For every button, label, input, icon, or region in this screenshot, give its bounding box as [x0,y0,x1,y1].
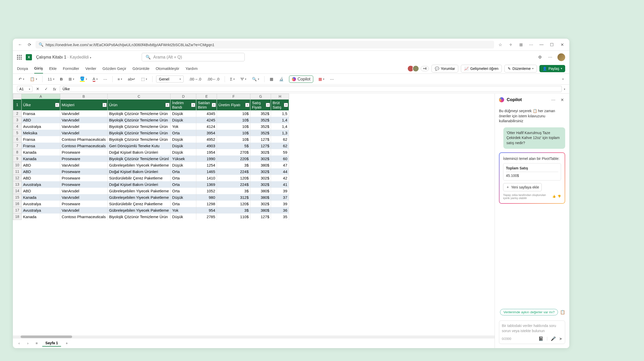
cell[interactable]: Doğal Kişisel Bakım Ürünleri [107,168,171,175]
cell[interactable]: 44 [271,168,289,175]
cell[interactable]: 3$ [217,162,250,168]
table-header-cell[interactable]: Üretim Fiyatı▾ [217,99,250,110]
copilot-close-icon[interactable]: ✕ [559,97,565,103]
cell[interactable]: 1,4 [271,117,289,123]
cell[interactable]: 127$ [250,214,271,220]
row-header-12[interactable]: 12 [13,175,22,181]
prev-sheet[interactable]: ‹ [16,340,22,346]
cell[interactable]: Gübreleşebilen Yiyecek Paketleme [107,162,171,168]
cell[interactable]: Orta [171,130,196,136]
cell[interactable]: 110$ [217,214,250,220]
cell[interactable]: Contoso Pharmaceuticals [60,214,107,220]
cell[interactable]: Orta [171,168,196,175]
cell[interactable]: 352$ [250,110,271,117]
refresh-button[interactable]: ⟳ [26,42,32,48]
cell[interactable]: 37 [271,194,289,201]
favorite-icon[interactable]: ☆ [497,42,503,48]
cell[interactable]: Avustralya [21,123,60,130]
all-sheets[interactable]: ≡ [33,340,40,346]
cell[interactable]: 42 [271,175,289,181]
cell[interactable]: 3954 [196,130,217,136]
column-header-A[interactable]: A [21,94,60,100]
cell[interactable]: 4903 [196,143,217,149]
filter-icon[interactable]: ▾ [245,103,249,107]
cell[interactable]: 980 [196,194,217,201]
cell[interactable]: Avustralya [21,207,60,214]
increase-decimal-button[interactable]: .00→.0 [187,76,203,82]
prompt-guide-icon[interactable]: 📋 [560,310,565,315]
row-header-13[interactable]: 13 [13,181,22,188]
tab-review[interactable]: Gözden Geçir [103,64,126,73]
copilot-suggestion-chip[interactable]: Verilerimde aykırı değerler var mı? [500,309,558,315]
column-header-E[interactable]: E [196,94,217,100]
row-header-7[interactable]: 7 [13,143,22,149]
autosum-button[interactable]: Σ▾ [228,76,236,82]
decrease-decimal-button[interactable]: .00←.0 [205,76,221,82]
cell[interactable]: VanArsdel [60,117,107,123]
tab-insert[interactable]: Ekle [49,64,57,73]
cell[interactable]: 4245 [196,117,217,123]
cell[interactable]: 352$ [250,117,271,123]
cell[interactable]: Biyolojik Çözünür Temizleme Ürün [107,130,171,136]
cell[interactable]: Avustralya [21,201,60,207]
catchup-button[interactable]: 📈 Gelişmeleri öğren [461,65,502,72]
column-header-C[interactable]: C [107,94,171,100]
row-header-17[interactable]: 17 [13,207,22,214]
cell[interactable]: 380$ [250,194,271,201]
column-header-F[interactable]: F [217,94,250,100]
cell[interactable]: Contoso Pharmaceuticals [60,136,107,143]
table-header-cell[interactable]: Ürün▾ [107,99,171,110]
cell[interactable]: 2785 [196,214,217,220]
cell[interactable]: Fransa [21,110,60,117]
cell[interactable]: 127$ [250,136,271,143]
filter-icon[interactable]: ▾ [212,103,216,107]
copilot-more-icon[interactable]: ⋯ [550,97,556,103]
cell[interactable]: 380$ [250,162,271,168]
cell[interactable]: 302$ [250,168,271,175]
row-header-1[interactable]: 1 [13,99,22,110]
confirm-formula-icon[interactable]: ✓ [43,86,49,92]
horizontal-scrollbar[interactable] [13,335,495,338]
cell[interactable]: 5$ [217,143,250,149]
more-icon[interactable]: ⋯ [528,42,534,48]
column-header-D[interactable]: D [171,94,196,100]
cell[interactable]: Yok [171,123,196,130]
cell[interactable]: VanArsdel [60,123,107,130]
cell[interactable]: Proseware [60,201,107,207]
analyze-button[interactable]: 🔬 [277,76,285,83]
row-header-16[interactable]: 16 [13,201,22,207]
tab-home[interactable]: Giriş [34,63,43,73]
cell[interactable]: Biyolojik Çözünür Temizleme Ürün [107,136,171,143]
cell[interactable]: 220$ [217,155,250,162]
add-sheet-button[interactable]: + [64,340,70,346]
sheet-tab-1[interactable]: Sayfa 1 [42,340,61,347]
cell[interactable]: 3$ [217,188,250,194]
table-header-cell[interactable]: Müşteri▾ [60,99,107,110]
table-header-cell[interactable]: Satılan Birim▾ [196,99,217,110]
share-button[interactable]: 👤 Paylaş ▾ [539,65,565,72]
cell[interactable]: Orta [171,175,196,181]
borders-button[interactable]: ⊞▾ [67,76,76,83]
font-size[interactable]: 11 ▾ [46,76,56,82]
cell[interactable]: 10$ [217,136,250,143]
row-header-11[interactable]: 11 [13,168,22,175]
cell[interactable]: 1298 [196,201,217,207]
tab-formulas[interactable]: Formüller [63,64,79,73]
find-button[interactable]: 🔍▾ [250,76,261,83]
cell[interactable]: Sürdürülebilir Çerez Paketleme [107,175,171,181]
comments-button[interactable]: 💬 Yorumlar [431,65,459,72]
bold-button[interactable]: B [58,76,64,82]
cell[interactable]: Düşük [171,110,196,117]
cell[interactable]: 1990 [196,155,217,162]
cell[interactable]: Proseware [60,155,107,162]
column-header-H[interactable]: H [271,94,289,100]
column-header-G[interactable]: G [250,94,271,100]
filter-icon[interactable]: ▾ [284,103,288,107]
cell[interactable]: ABD [21,188,60,194]
more-commands-icon[interactable]: ⋯ [328,76,335,83]
cell[interactable]: ABD [21,117,60,123]
mic-icon[interactable]: 🎤 [551,336,556,341]
cell[interactable]: 302$ [250,181,271,188]
more-options-icon[interactable]: ⋯ [547,54,553,60]
settings-icon[interactable]: ⚙ [537,54,543,60]
